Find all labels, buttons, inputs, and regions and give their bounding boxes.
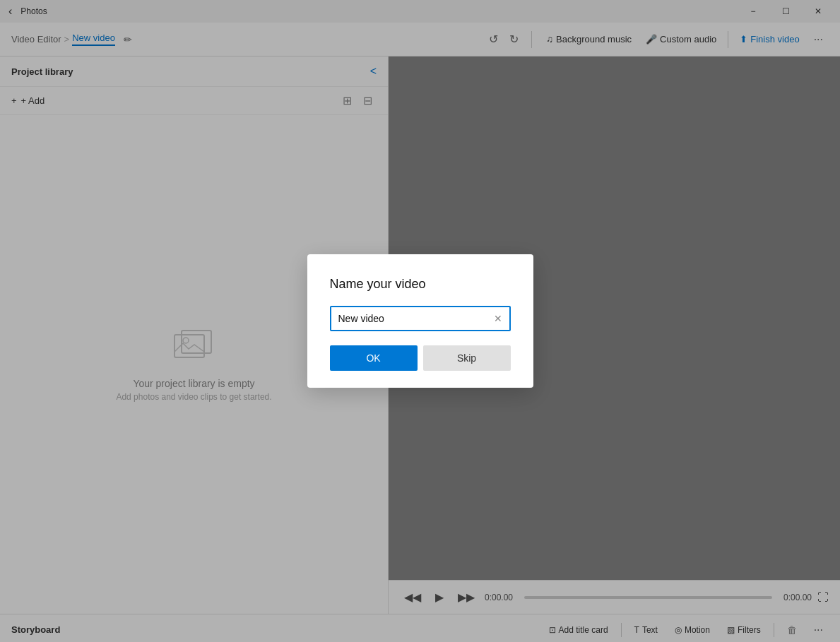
clear-input-button[interactable]: ✕ [491, 311, 505, 326]
dialog-overlay: Name your video ✕ OK Skip [0, 0, 840, 642]
ok-button[interactable]: OK [330, 345, 418, 371]
name-video-dialog: Name your video ✕ OK Skip [307, 254, 533, 388]
video-name-input[interactable] [330, 306, 511, 331]
dialog-input-wrap: ✕ [330, 306, 511, 331]
clear-icon: ✕ [494, 313, 502, 324]
dialog-buttons: OK Skip [330, 345, 511, 371]
skip-button[interactable]: Skip [423, 345, 511, 371]
dialog-title: Name your video [330, 277, 511, 292]
